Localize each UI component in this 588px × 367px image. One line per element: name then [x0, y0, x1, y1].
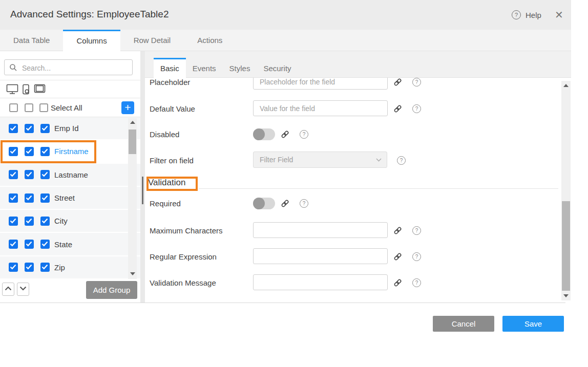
- tab-data-table[interactable]: Data Table: [0, 30, 63, 51]
- scrollbar-thumb[interactable]: [562, 201, 570, 291]
- column-visibility-checkbox[interactable]: [40, 193, 50, 203]
- help-icon[interactable]: ?: [412, 78, 421, 87]
- desktop-icon[interactable]: [6, 84, 18, 95]
- select-all-checkbox[interactable]: [9, 103, 18, 112]
- tab-events[interactable]: Events: [186, 59, 223, 78]
- column-visibility-checkbox[interactable]: [25, 147, 34, 156]
- column-visibility-checkbox[interactable]: [9, 193, 18, 203]
- link-binding-icon[interactable]: [393, 78, 403, 89]
- column-label: Street: [54, 193, 75, 202]
- column-list-scrollbar[interactable]: [128, 118, 137, 279]
- column-visibility-checkbox[interactable]: [9, 170, 18, 179]
- column-row-emp-id[interactable]: Emp Id: [0, 117, 140, 140]
- column-visibility-checkbox[interactable]: [40, 263, 50, 272]
- required-toggle[interactable]: [253, 198, 275, 209]
- scroll-up-arrow-icon[interactable]: [130, 121, 135, 124]
- column-visibility-checkbox[interactable]: [25, 124, 34, 133]
- add-group-button[interactable]: Add Group: [86, 281, 137, 299]
- search-input[interactable]: [21, 61, 130, 74]
- column-visibility-checkbox[interactable]: [25, 263, 34, 272]
- select-all-checkbox[interactable]: [39, 103, 48, 112]
- check-icon: [26, 264, 32, 270]
- column-visibility-checkbox[interactable]: [9, 147, 18, 156]
- link-binding-icon[interactable]: [280, 129, 290, 141]
- column-visibility-checkbox[interactable]: [40, 240, 50, 249]
- cancel-button[interactable]: Cancel: [433, 316, 494, 332]
- panel-splitter[interactable]: [140, 51, 145, 303]
- help-icon[interactable]: ?: [412, 278, 421, 287]
- regular-expression-input[interactable]: [253, 248, 388, 264]
- field-row-required: Required?: [145, 197, 571, 220]
- validation-message-input[interactable]: [253, 274, 388, 290]
- field-row-maximum-characters: Maximum Characters?: [145, 222, 571, 246]
- column-visibility-checkbox[interactable]: [40, 147, 50, 156]
- close-icon[interactable]: ✕: [555, 9, 563, 21]
- help-circle-icon[interactable]: ?: [512, 10, 521, 19]
- help-icon[interactable]: ?: [412, 252, 421, 261]
- column-visibility-checkbox[interactable]: [9, 263, 18, 272]
- help-icon[interactable]: ?: [412, 226, 421, 235]
- help-button[interactable]: Help: [526, 11, 541, 19]
- default-value-input[interactable]: [253, 100, 388, 116]
- check-icon: [10, 218, 16, 224]
- panel-scrollbar[interactable]: [561, 81, 571, 300]
- scroll-down-arrow-icon[interactable]: [563, 294, 569, 297]
- search-box[interactable]: [4, 59, 133, 75]
- column-row-state[interactable]: State: [0, 233, 140, 256]
- column-row-lastname[interactable]: Lastname: [0, 164, 140, 187]
- column-visibility-checkbox[interactable]: [9, 124, 18, 133]
- column-visibility-checkbox[interactable]: [9, 217, 18, 226]
- disabled-toggle[interactable]: [253, 128, 275, 140]
- column-label: Firstname: [54, 147, 89, 156]
- tab-security[interactable]: Security: [257, 59, 298, 78]
- column-row-zip[interactable]: Zip: [0, 256, 140, 279]
- mobile-icon[interactable]: [22, 84, 30, 95]
- column-row-firstname[interactable]: Firstname: [0, 140, 140, 163]
- column-visibility-checkbox[interactable]: [40, 170, 50, 179]
- maximum-characters-input[interactable]: [253, 222, 388, 238]
- scroll-down-arrow-icon[interactable]: [130, 272, 135, 275]
- save-button[interactable]: Save: [502, 316, 564, 332]
- column-visibility-checkbox[interactable]: [25, 170, 34, 179]
- add-column-button[interactable]: +: [121, 101, 134, 114]
- column-visibility-checkbox[interactable]: [25, 193, 34, 203]
- check-icon: [10, 241, 16, 247]
- scrollbar-thumb[interactable]: [129, 129, 136, 154]
- dialog-title: Advanced Settings: EmployeeTable2: [10, 9, 169, 20]
- move-down-button[interactable]: [17, 283, 29, 296]
- link-binding-icon[interactable]: [393, 278, 403, 290]
- column-row-city[interactable]: City: [0, 210, 140, 233]
- link-binding-icon[interactable]: [393, 104, 403, 116]
- column-visibility-checkbox[interactable]: [40, 217, 50, 226]
- column-visibility-checkbox[interactable]: [25, 217, 34, 226]
- help-icon[interactable]: ?: [300, 199, 308, 208]
- check-icon: [26, 148, 32, 154]
- section-divider: [199, 188, 558, 189]
- move-up-button[interactable]: [2, 283, 14, 296]
- placeholder-input[interactable]: [253, 78, 388, 90]
- help-icon[interactable]: ?: [412, 104, 421, 113]
- tab-styles[interactable]: Styles: [223, 59, 257, 78]
- splitter-handle[interactable]: [142, 177, 143, 204]
- link-binding-icon[interactable]: [280, 199, 290, 210]
- link-binding-icon[interactable]: [393, 226, 403, 238]
- select-all-checkbox[interactable]: [25, 103, 33, 112]
- tab-actions[interactable]: Actions: [184, 30, 236, 51]
- column-visibility-checkbox[interactable]: [40, 124, 50, 133]
- column-row-street[interactable]: Street: [0, 187, 140, 210]
- field-label: Regular Expression: [150, 252, 217, 261]
- sidebar-footer: Add Group: [0, 279, 140, 303]
- scroll-up-arrow-icon[interactable]: [563, 84, 569, 87]
- help-icon[interactable]: ?: [300, 130, 308, 139]
- chevron-down-icon: [19, 286, 27, 291]
- tab-row-detail[interactable]: Row Detail: [120, 30, 184, 51]
- column-visibility-checkbox[interactable]: [9, 240, 18, 249]
- tablet-icon[interactable]: [34, 84, 46, 93]
- tab-basic[interactable]: Basic: [154, 58, 186, 78]
- field-settings-panel: Placeholder?Default Value?Disabled?Filte…: [145, 78, 571, 303]
- check-icon: [41, 171, 48, 177]
- help-icon[interactable]: ?: [397, 156, 406, 165]
- tab-columns[interactable]: Columns: [63, 30, 120, 53]
- link-binding-icon[interactable]: [393, 252, 403, 264]
- column-visibility-checkbox[interactable]: [25, 240, 34, 249]
